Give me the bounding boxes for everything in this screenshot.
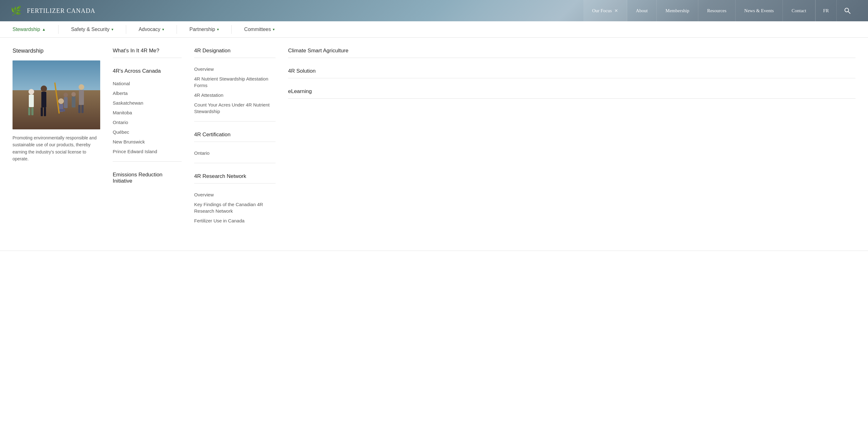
svg-rect-11 [41,108,43,116]
sec-nav-committees[interactable]: Committees ▾ [244,21,287,38]
svg-point-13 [58,98,64,104]
field-scene-svg [12,60,100,129]
4r-canada-title: 4R's Across Canada [113,68,182,74]
link-pei[interactable]: Prince Edward Island [113,147,182,156]
link-key-findings[interactable]: Key Findings of the Canadian 4R Research… [194,200,276,216]
dropdown-panel: Stewardship [0,38,868,251]
divider [194,163,276,163]
4r-solution-title: 4R Solution [288,68,856,74]
whats-in-column: What's In It 4R Me? 4R's Across Canada N… [113,48,194,236]
nav-news-events[interactable]: News & Events [736,0,783,21]
svg-rect-6 [29,95,34,107]
svg-point-23 [71,92,76,96]
link-new-brunswick[interactable]: New Brunswick [113,137,182,147]
stewardship-description: Promoting environmentally responsible an… [12,134,100,162]
4r-research-title: 4R Research Network [194,173,276,179]
link-4r-attestation[interactable]: 4R Attestation [194,90,276,100]
stewardship-title: Stewardship [12,48,100,54]
close-icon[interactable]: ✕ [614,8,618,13]
divider [288,58,856,58]
link-designation-overview[interactable]: Overview [194,64,276,74]
nav-about[interactable]: About [627,0,657,21]
sec-nav-partnership[interactable]: Partnership ▾ [189,21,231,38]
divider [194,121,276,122]
divider [113,58,182,58]
emissions-title: Emissions Reduction Initiative [113,172,182,184]
chevron-down-icon: ▾ [217,27,219,32]
link-alberta[interactable]: Alberta [113,88,182,98]
stewardship-column: Stewardship [12,48,113,236]
svg-point-1 [845,8,848,12]
svg-point-5 [29,89,34,95]
link-saskatchewan[interactable]: Saskatchewan [113,98,182,108]
chevron-down-icon: ▾ [162,27,164,32]
svg-rect-7 [28,108,30,115]
svg-rect-8 [31,108,33,115]
nav-divider [231,25,232,34]
svg-rect-19 [82,105,84,113]
svg-rect-24 [72,96,75,108]
svg-rect-10 [41,92,46,108]
svg-rect-3 [12,60,100,90]
stewardship-image [12,60,100,129]
logo-icon: 🌿 [10,4,24,18]
nav-divider [126,25,126,34]
4r-column: 4R Designation Overview 4R Nutrient Stew… [194,48,288,236]
search-icon [844,7,850,14]
climate-column: Climate Smart Agriculture 4R Solution eL… [288,48,856,236]
link-attestation-forms[interactable]: 4R Nutrient Stewardship Attestation Form… [194,74,276,90]
whats-in-title: What's In It 4R Me? [113,48,182,54]
svg-point-16 [79,84,84,90]
logo-text: Fertilizer Canada [27,7,95,14]
svg-rect-22 [64,97,68,108]
nav-resources[interactable]: Resources [698,0,736,21]
language-toggle[interactable]: FR [815,0,836,21]
divider [194,142,276,142]
top-navigation: 🌿 Fertilizer Canada Our Focus ✕ About Me… [0,0,868,21]
sec-nav-stewardship[interactable]: Stewardship ▲ [12,21,58,38]
link-quebec[interactable]: Québec [113,127,182,137]
nav-contact[interactable]: Contact [783,0,815,21]
link-research-overview[interactable]: Overview [194,190,276,200]
divider [288,98,856,99]
svg-line-2 [848,11,850,13]
nav-divider [58,25,59,34]
link-national[interactable]: National [113,79,182,88]
climate-smart-title: Climate Smart Agriculture [288,48,856,54]
secondary-navigation: Stewardship ▲ Safety & Security ▾ Advoca… [0,21,868,38]
chevron-down-icon: ▾ [112,27,113,32]
link-count-acres[interactable]: Count Your Acres Under 4R Nutrient Stewa… [194,100,276,116]
svg-text:🌿: 🌿 [11,6,22,16]
link-certification-ontario[interactable]: Ontario [194,148,276,158]
svg-rect-18 [78,105,81,113]
logo-area[interactable]: 🌿 Fertilizer Canada [10,4,95,18]
elearning-title: eLearning [288,88,856,95]
divider [288,78,856,78]
link-ontario[interactable]: Ontario [113,117,182,127]
search-button[interactable] [836,0,858,21]
sec-nav-advocacy[interactable]: Advocacy ▾ [139,21,177,38]
nav-membership[interactable]: Membership [657,0,698,21]
divider [194,58,276,58]
divider [194,183,276,184]
svg-point-9 [41,86,47,92]
chevron-down-icon: ▾ [273,27,275,32]
svg-rect-12 [44,108,46,116]
link-manitoba[interactable]: Manitoba [113,108,182,117]
nav-our-focus[interactable]: Our Focus ✕ [583,0,627,21]
link-fertilizer-use[interactable]: Fertilizer Use in Canada [194,216,276,225]
svg-point-21 [64,93,68,97]
divider [113,161,182,162]
chevron-up-icon: ▲ [42,27,46,32]
nav-divider [177,25,177,34]
4r-certification-title: 4R Certification [194,131,276,138]
top-nav-links: Our Focus ✕ About Membership Resources N… [583,0,815,21]
4r-designation-title: 4R Designation [194,48,276,54]
top-nav-right: FR [815,0,858,21]
sec-nav-safety[interactable]: Safety & Security ▾ [71,21,126,38]
svg-rect-17 [79,90,84,105]
